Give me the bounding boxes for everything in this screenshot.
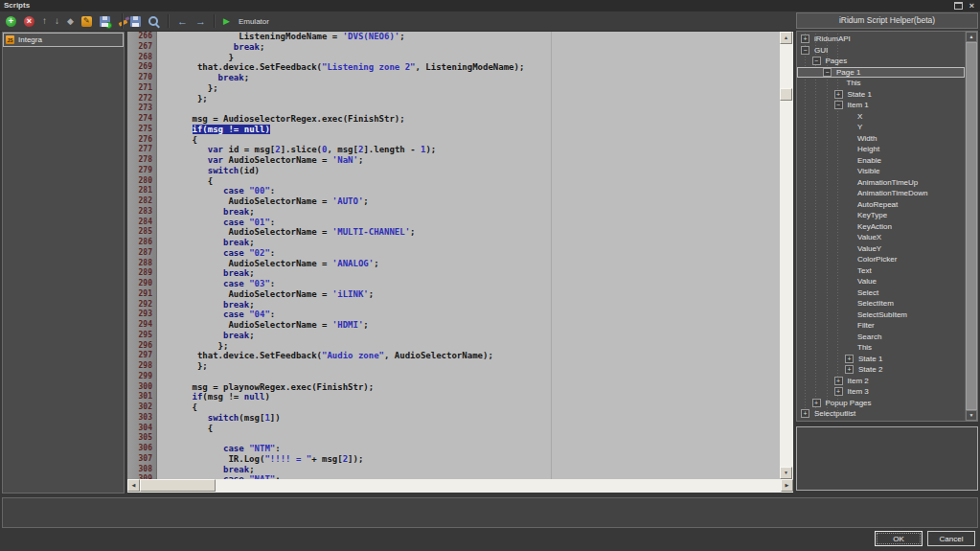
tree-item-keyaction[interactable]: KeyAction bbox=[797, 221, 965, 233]
scroll-down-icon[interactable]: ▼ bbox=[966, 410, 977, 421]
tree-item-y[interactable]: Y bbox=[797, 122, 965, 133]
delete-script-button[interactable]: × bbox=[24, 16, 34, 27]
scroll-up-icon[interactable]: ▲ bbox=[966, 32, 977, 42]
tree-item-height[interactable]: Height bbox=[797, 144, 965, 155]
code-line: case "00": bbox=[161, 186, 780, 196]
tree-item-selectputlist[interactable]: +Selectputlist bbox=[797, 408, 965, 420]
tree-item-width[interactable]: Width bbox=[797, 133, 965, 145]
editor-vertical-scrollbar[interactable]: ▲ ▼ bbox=[780, 32, 793, 479]
collapse-icon[interactable]: − bbox=[812, 57, 821, 65]
tree-item-label: ValueX bbox=[857, 233, 881, 241]
close-icon[interactable]: × bbox=[969, 2, 974, 11]
tree-item-this[interactable]: This bbox=[797, 342, 965, 354]
tree-item-keytype[interactable]: KeyType bbox=[797, 210, 965, 221]
tree-item-search[interactable]: Search bbox=[797, 332, 965, 343]
expand-icon[interactable]: + bbox=[834, 377, 843, 385]
tree-item-selectitem[interactable]: SelectItem bbox=[797, 298, 965, 310]
redo-button[interactable]: → bbox=[195, 16, 206, 27]
tree-item-page-1[interactable]: −Page 1 bbox=[797, 67, 965, 79]
add-script-button[interactable]: + bbox=[6, 16, 16, 27]
script-item-integra[interactable]: JS Integra bbox=[3, 33, 124, 47]
expand-icon[interactable]: + bbox=[812, 399, 821, 407]
tree-item-label: AutoRepeat bbox=[857, 200, 898, 209]
scroll-left-icon[interactable]: ◀ bbox=[127, 479, 140, 492]
tree-item-enable[interactable]: Enable bbox=[797, 155, 965, 167]
float-window-icon[interactable] bbox=[954, 2, 963, 10]
collapse-icon[interactable]: − bbox=[801, 46, 809, 55]
code-line: case "01": bbox=[161, 218, 780, 228]
collapse-icon[interactable]: − bbox=[823, 68, 832, 77]
tree-item-colorpicker[interactable]: ColorPicker bbox=[797, 254, 965, 265]
tree-item-item-3[interactable]: +Item 3 bbox=[797, 386, 965, 398]
tree-item-value[interactable]: Value bbox=[797, 276, 965, 287]
tree-item-x[interactable]: X bbox=[797, 111, 965, 123]
tree-item-popup-pages[interactable]: +Popup Pages bbox=[797, 398, 965, 409]
run-emulator-icon[interactable]: ▶ bbox=[223, 17, 230, 26]
move-down-button[interactable]: ↓ bbox=[55, 16, 59, 26]
expand-icon[interactable]: + bbox=[834, 387, 843, 396]
line-number: 275 bbox=[127, 125, 152, 135]
cancel-button[interactable]: Cancel bbox=[927, 531, 975, 546]
tree-item-label: Item 1 bbox=[848, 101, 869, 109]
tree-item-state-2[interactable]: +State 2 bbox=[797, 364, 965, 376]
export-dot-icon bbox=[105, 22, 112, 29]
tree-item-state-1[interactable]: +State 1 bbox=[797, 89, 965, 101]
horizontal-scroll-thumb[interactable] bbox=[140, 479, 216, 492]
code-line: ListeningModeName = 'DVS(NEO6)'; bbox=[161, 32, 780, 42]
tree-item-text[interactable]: Text bbox=[797, 265, 965, 277]
expand-icon[interactable]: + bbox=[834, 90, 843, 99]
line-number: 305 bbox=[127, 433, 152, 444]
diamond-icon[interactable]: ◆ bbox=[67, 17, 74, 26]
line-number: 278 bbox=[127, 155, 152, 166]
scroll-right-icon[interactable]: ▶ bbox=[781, 479, 793, 492]
tree-item-gui[interactable]: −GUI bbox=[797, 45, 965, 57]
expand-icon[interactable]: + bbox=[801, 34, 809, 43]
tree-item-animationtimeup[interactable]: AnimationTimeUp bbox=[797, 177, 965, 189]
save-button[interactable] bbox=[130, 16, 141, 27]
expand-icon[interactable]: + bbox=[845, 355, 854, 363]
tree-item-iridumapi[interactable]: +iRidumAPI bbox=[797, 34, 965, 45]
code-line: switch(id) bbox=[161, 166, 780, 176]
tree-item-valuey[interactable]: ValueY bbox=[797, 243, 965, 255]
tree-item-pages[interactable]: −Pages bbox=[797, 56, 965, 67]
scroll-down-icon[interactable]: ▼ bbox=[780, 467, 792, 479]
tree-item-select[interactable]: Select bbox=[797, 287, 965, 299]
code-area[interactable]: ListeningModeName = 'DVS(NEO6)'; break; … bbox=[158, 32, 780, 479]
search-icon[interactable] bbox=[148, 16, 158, 26]
scripts-window: Scripts × + × ↑ ↓ ◆ ✎ ← → ▶ Emulator bbox=[0, 0, 980, 551]
tree-item-label: Item 3 bbox=[848, 387, 869, 396]
line-number: 276 bbox=[127, 135, 152, 146]
tree-item-valuex[interactable]: ValueX bbox=[797, 232, 965, 243]
code-line: switch(msg[1]) bbox=[161, 413, 780, 424]
code-line: var AudioSelectorName = 'NaN'; bbox=[161, 155, 780, 166]
line-number: 300 bbox=[127, 382, 152, 393]
clean-script-button[interactable] bbox=[118, 15, 130, 27]
tree-item-filter[interactable]: Filter bbox=[797, 320, 965, 332]
scroll-up-icon[interactable]: ▲ bbox=[780, 32, 792, 44]
tree-item-item-1[interactable]: −Item 1 bbox=[797, 100, 965, 111]
tree-scrollbar[interactable]: ▲ ▼ bbox=[965, 32, 977, 421]
tree-scroll-thumb[interactable] bbox=[966, 42, 977, 410]
export-script-button[interactable] bbox=[100, 16, 110, 27]
vertical-scroll-thumb[interactable] bbox=[780, 88, 792, 101]
ok-button[interactable]: OK bbox=[875, 531, 923, 546]
expand-icon[interactable]: + bbox=[801, 409, 809, 418]
tree-item-animationtimedown[interactable]: AnimationTimeDown bbox=[797, 188, 965, 199]
tree-item-state-1[interactable]: +State 1 bbox=[797, 354, 965, 365]
expand-icon[interactable]: + bbox=[845, 365, 854, 374]
move-up-button[interactable]: ↑ bbox=[42, 16, 47, 26]
edit-script-button[interactable]: ✎ bbox=[81, 16, 92, 27]
line-number: 291 bbox=[127, 289, 152, 300]
collapse-icon[interactable]: − bbox=[834, 101, 843, 109]
code-editor[interactable]: 2662672682692702712722732742752762772782… bbox=[127, 32, 793, 493]
tree-item-item-2[interactable]: +Item 2 bbox=[797, 376, 965, 387]
editor-horizontal-scrollbar[interactable]: ◀ ▶ bbox=[127, 479, 793, 493]
toolbar-separator bbox=[122, 13, 124, 29]
tree-item-autorepeat[interactable]: AutoRepeat bbox=[797, 199, 965, 211]
emulator-button-label[interactable]: Emulator bbox=[239, 17, 269, 26]
tree-item-visible[interactable]: Visible bbox=[797, 166, 965, 177]
undo-button[interactable]: ← bbox=[177, 16, 188, 27]
pencil-icon: ✎ bbox=[83, 17, 90, 25]
tree-item-selectsubitem[interactable]: SelectSubItem bbox=[797, 310, 965, 321]
tree-item-this[interactable]: This bbox=[797, 78, 965, 89]
